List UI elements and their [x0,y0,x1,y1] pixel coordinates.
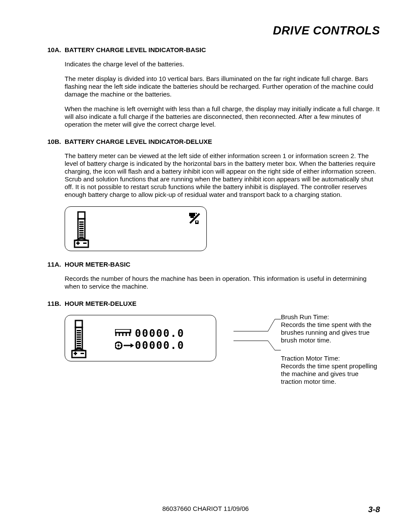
svg-rect-38 [75,352,76,355]
svg-rect-39 [81,353,84,354]
svg-rect-3 [79,224,84,225]
callout-label: Brush Run Time: [281,313,329,320]
section-11a-heading: 11A. HOUR METER-BASIC [47,261,380,268]
svg-point-47 [118,345,120,347]
page-title: DRIVE CONTROLS [47,24,380,37]
svg-rect-7 [79,232,84,233]
svg-rect-4 [79,226,84,227]
lcd-screen-figure: 00000.0 00000.0 [65,315,216,361]
svg-rect-30 [77,341,81,342]
section-title: BATTERY CHARGE LEVEL INDICATOR-BASIC [65,46,206,53]
svg-rect-0 [78,212,85,219]
hour-meter-readout: 00000.0 00000.0 [115,329,206,352]
section-title: HOUR METER-DELUXE [65,300,137,307]
svg-rect-23 [75,320,82,327]
section-number: 11B. [47,300,65,307]
callout-label: Traction Motor Time: [281,355,340,362]
paragraph: Indicates the charge level of the batter… [65,60,380,68]
lcd-screen-figure [65,206,207,251]
brush-run-time-value: 00000.0 [135,329,184,339]
svg-rect-31 [77,343,81,344]
battery-meter-icon [74,211,89,251]
section-number: 10B. [47,138,65,145]
svg-rect-33 [77,347,81,348]
section-number: 11A. [47,261,65,268]
callout-desc: Records the time spent propelling the ma… [281,362,377,385]
svg-marker-53 [131,343,134,348]
callout-desc: Records the time spent with the brushes … [281,321,371,344]
svg-rect-5 [79,228,84,229]
svg-rect-26 [77,332,81,333]
brush-run-time-callout: Brush Run Time: Records the time spent w… [281,313,380,344]
footer-center-text: 86037660 CHARIOT 11/09/06 [0,505,411,512]
paragraph: The meter display is divided into 10 ver… [65,75,380,98]
traction-motor-time-value: 00000.0 [135,339,184,351]
svg-rect-27 [77,334,81,336]
callout-column: Brush Run Time: Records the time spent w… [281,313,380,396]
callout-connector-lines [216,313,281,365]
svg-rect-29 [77,339,81,340]
svg-rect-2 [79,221,84,223]
document-page: DRIVE CONTROLS 10A. BATTERY CHARGE LEVEL… [0,0,411,396]
svg-rect-32 [77,345,81,346]
svg-rect-16 [189,213,195,216]
svg-rect-22 [196,221,197,223]
section-11b-heading: 11B. HOUR METER-DELUXE [47,300,380,307]
svg-rect-9 [79,236,84,238]
svg-rect-6 [79,230,84,231]
section-number: 10A. [47,46,65,53]
section-title: HOUR METER-BASIC [65,261,131,268]
hour-meter-figure-row: 00000.0 00000.0 [47,313,380,396]
svg-rect-28 [77,336,81,338]
svg-marker-18 [195,213,197,215]
svg-rect-8 [79,234,84,236]
svg-rect-17 [190,216,194,218]
section-title: BATTERY CHARGE LEVEL INDICATOR-DELUXE [65,138,212,145]
svg-rect-40 [115,329,131,333]
svg-rect-15 [83,243,87,244]
section-10a-heading: 10A. BATTERY CHARGE LEVEL INDICATOR-BASI… [47,46,380,53]
traction-motor-time-callout: Traction Motor Time: Records the time sp… [281,355,380,386]
svg-rect-25 [77,330,81,331]
paragraph: Records the number of hours the machine … [65,275,380,290]
svg-rect-14 [78,242,79,245]
battery-meter-icon [71,320,87,361]
battery-inhibit-icon [188,212,201,227]
footer-page-number: 3-8 [368,505,380,514]
paragraph: When the machine is left overnight with … [65,105,380,128]
page-footer: 86037660 CHARIOT 11/09/06 3-8 [0,505,411,512]
paragraph: The battery meter can be viewed at the l… [65,152,380,199]
section-10b-heading: 10B. BATTERY CHARGE LEVEL INDICATOR-DELU… [47,138,380,145]
